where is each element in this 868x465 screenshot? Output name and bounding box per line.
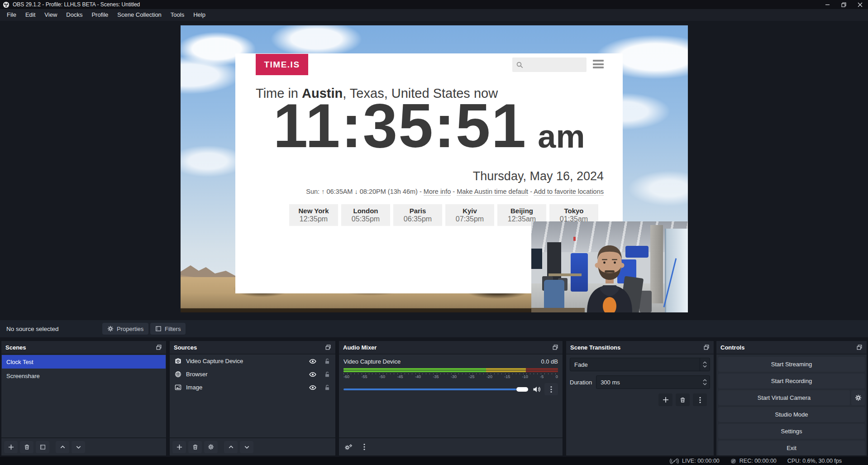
popup-icon[interactable] [156, 344, 162, 350]
exit-button[interactable]: Exit [718, 441, 865, 455]
person [564, 235, 655, 312]
controls-header[interactable]: Controls [716, 341, 867, 355]
filters-button[interactable]: Filters [150, 323, 186, 335]
visibility-eye-icon[interactable] [309, 384, 316, 391]
volume-meter [343, 368, 558, 370]
gear-icon [855, 394, 862, 401]
menu-bar: File Edit View Docks Profile Scene Colle… [0, 9, 868, 21]
more-info-link: More info [424, 188, 451, 196]
minimize-button[interactable] [819, 0, 835, 9]
menu-view[interactable]: View [40, 9, 62, 21]
add-scene-button[interactable] [4, 441, 18, 453]
source-properties-button[interactable] [204, 441, 218, 453]
visibility-eye-icon[interactable] [309, 371, 316, 378]
webcam-source[interactable] [531, 221, 688, 312]
city-card: Paris 06:35pm [393, 204, 442, 226]
menu-help[interactable]: Help [189, 9, 210, 21]
menu-scene-collection[interactable]: Scene Collection [113, 9, 166, 21]
transition-menu-button[interactable] [693, 393, 707, 406]
camera-icon [175, 358, 181, 364]
audio-mixer-header[interactable]: Audio Mixer [339, 341, 563, 355]
scene-filters-button[interactable] [36, 441, 49, 453]
volume-slider-handle[interactable] [516, 387, 528, 392]
wall-screen [531, 249, 542, 268]
add-source-button[interactable] [172, 441, 186, 453]
meter-scale: -60-55-50-45-40-35-30-25-20-15-10-50 [343, 374, 558, 379]
volume-slider[interactable] [343, 386, 529, 393]
advanced-audio-button[interactable] [342, 441, 355, 453]
scenes-header[interactable]: Scenes [1, 341, 166, 355]
gear-icon [208, 444, 214, 450]
popup-icon[interactable] [703, 344, 710, 350]
speaker-icon[interactable] [533, 386, 541, 393]
scene-item-screenshare[interactable]: Screenshare [2, 369, 166, 383]
remove-source-button[interactable] [188, 441, 202, 453]
source-item-browser[interactable]: Browser [170, 368, 335, 381]
menu-tools[interactable]: Tools [166, 9, 189, 21]
start-virtual-camera-button[interactable]: Start Virtual Camera [718, 390, 850, 405]
mixer-channel-menu-button[interactable] [544, 383, 558, 395]
office-window [665, 229, 688, 312]
broadcast-off-icon [670, 458, 679, 464]
chevron-up-icon [228, 444, 234, 450]
popup-icon[interactable] [325, 344, 331, 350]
mixer-menu-button[interactable] [358, 441, 371, 453]
obs-window: OBS 29.1.2 - Profile: LLHLS BETA - Scene… [0, 0, 868, 465]
lock-icon[interactable] [324, 384, 330, 391]
close-button[interactable] [852, 0, 868, 9]
transitions-header[interactable]: Scene Transitions [566, 341, 714, 355]
visibility-eye-icon[interactable] [309, 358, 316, 365]
controls-dock: Controls Start Streaming Start Recording… [716, 340, 867, 456]
current-time: 11:35:51 [273, 97, 527, 154]
settings-button[interactable]: Settings [718, 424, 865, 439]
remove-transition-button[interactable] [676, 393, 690, 406]
kebab-icon [363, 443, 365, 451]
menu-docks[interactable]: Docks [62, 9, 87, 21]
lock-icon[interactable] [324, 358, 330, 364]
preview-area: TIME.IS Time in Austin, Texas, United St… [0, 21, 868, 320]
restore-button[interactable] [835, 0, 852, 9]
video-canvas[interactable]: TIME.IS Time in Austin, Texas, United St… [181, 25, 688, 312]
studio-mode-button[interactable]: Studio Mode [718, 407, 865, 422]
menu-edit[interactable]: Edit [21, 9, 40, 21]
remove-scene-button[interactable] [20, 441, 33, 453]
timeis-search-box [512, 58, 587, 72]
plus-icon [8, 444, 14, 450]
volume-slider-track [343, 388, 516, 390]
source-item-image[interactable]: Image [170, 381, 335, 394]
live-status: LIVE: 00:00:00 [670, 458, 720, 464]
kebab-icon [699, 397, 701, 403]
gear-icon [107, 326, 114, 332]
select-arrows-icon [700, 358, 710, 371]
popup-icon[interactable] [552, 344, 558, 350]
properties-button[interactable]: Properties [102, 323, 148, 335]
start-recording-button[interactable]: Start Recording [718, 374, 865, 388]
source-item-video-capture[interactable]: Video Capture Device [170, 355, 335, 368]
chevron-up-icon [60, 444, 66, 450]
city-card: New York 12:35pm [289, 204, 338, 226]
add-favorite-link: Add to favorite locations [534, 188, 604, 196]
trash-icon [192, 444, 198, 450]
move-scene-up-button[interactable] [56, 441, 69, 453]
status-bar: LIVE: 00:00:00 REC: 00:00:00 CPU: 0.6%, … [0, 457, 868, 465]
plus-icon [176, 444, 182, 450]
start-streaming-button[interactable]: Start Streaming [718, 357, 865, 372]
cpu-fps-status: CPU: 0.6%, 30.00 fps [787, 458, 842, 464]
mixer-db-value: 0.0 dB [541, 358, 558, 365]
spinner-arrows-icon[interactable] [700, 376, 710, 388]
menu-file[interactable]: File [2, 9, 21, 21]
duration-spinner[interactable]: 300 ms [596, 375, 710, 389]
add-transition-button[interactable] [658, 393, 672, 406]
virtual-camera-config-button[interactable] [851, 390, 865, 405]
window-title: OBS 29.1.2 - Profile: LLHLS BETA - Scene… [13, 1, 140, 8]
menu-profile[interactable]: Profile [87, 9, 113, 21]
sources-header[interactable]: Sources [170, 341, 335, 355]
popup-icon[interactable] [856, 344, 863, 350]
move-source-down-button[interactable] [240, 441, 253, 453]
move-scene-down-button[interactable] [72, 441, 85, 453]
city-card: London 05:35pm [341, 204, 390, 226]
transition-select[interactable]: Fade [570, 358, 710, 371]
lock-icon[interactable] [324, 371, 330, 378]
move-source-up-button[interactable] [224, 441, 238, 453]
scene-item-clock-test[interactable]: Clock Test [2, 355, 166, 369]
